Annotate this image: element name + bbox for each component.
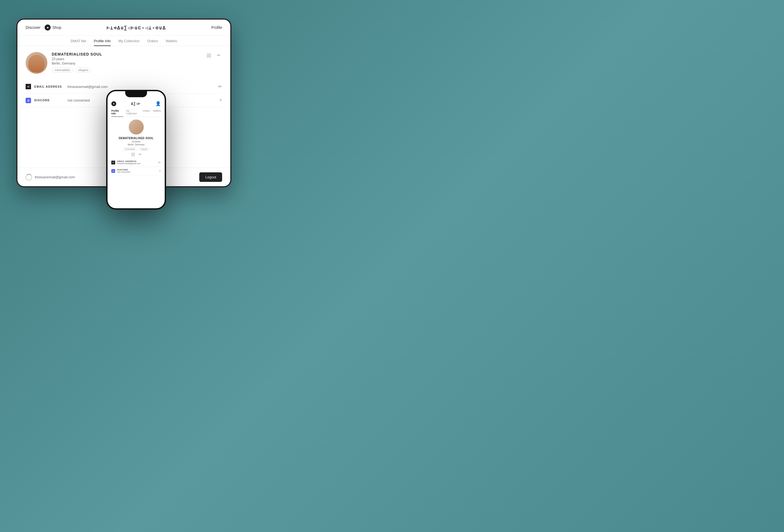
profile-location: Berlin, Germany — [52, 61, 201, 65]
phone-profile-icons: ⬜ ✏ — [111, 152, 161, 156]
phone-tabs: Profile Info My Collection Orders Wallet… — [108, 108, 165, 117]
phone-email-text: EMAIL ADDRESS thisisanemail@gmail.com — [117, 160, 156, 165]
add-discord-button[interactable]: + — [219, 97, 222, 103]
email-icon: ✉ — [26, 84, 31, 89]
upload-photo-button[interactable]: ⬜ — [205, 52, 212, 59]
profile-tags: minimalistic elegant — [52, 67, 201, 73]
phone-email-icon-wrapper: ✉ — [111, 161, 115, 164]
phone-upload-icon[interactable]: ⬜ — [131, 152, 135, 156]
phone-notch — [125, 91, 147, 97]
phone-add-discord-button[interactable]: + — [159, 169, 161, 173]
play-icon: ▶ — [45, 25, 51, 30]
phone-edit-email-button[interactable]: ✏ — [158, 161, 161, 164]
phone-email-label: EMAIL ADDRESS — [117, 160, 156, 162]
phone-discord-row: d DISCORD not connected + — [111, 167, 161, 175]
logout-button[interactable]: Logout — [199, 172, 222, 182]
discord-icon-wrapper: d — [26, 98, 31, 103]
phone-tag-minimalistic: minimalistic — [123, 147, 137, 151]
edit-profile-button[interactable]: ✏ — [216, 52, 222, 59]
tablet-logo: ⊢⊥⊲∆∪∑◁⊢∪⊏-◁⊥-⊙∪∆ — [107, 25, 166, 30]
phone-profile-tags: minimalistic elegant — [111, 147, 161, 151]
profile-info-block: DEMATERIALISED SOUL 23 years Berlin, Ger… — [52, 52, 201, 73]
tab-my-collection[interactable]: My Collection — [118, 39, 140, 46]
profile-actions: ⬜ ✏ — [205, 52, 222, 59]
avatar-face — [28, 55, 45, 73]
shop-button[interactable]: ▶ Shop — [45, 25, 61, 30]
phone-tab-profile-info[interactable]: Profile Info — [111, 109, 123, 116]
phone-tab-orders[interactable]: Orders — [143, 109, 150, 116]
phone-profile-age: 23 years — [111, 140, 161, 143]
tab-profile-info[interactable]: Profile Info — [94, 39, 111, 46]
tab-wallets[interactable]: Wallets — [166, 39, 177, 46]
phone-avatar — [129, 119, 144, 135]
phone-play-icon: ▶ — [111, 101, 116, 106]
tag-minimalistic: minimalistic — [52, 67, 73, 73]
email-value: thisisanemail@gmail.com — [67, 85, 215, 89]
email-label: EMAIL ADDRESS — [34, 85, 64, 88]
phone-user-icon[interactable]: 👤 — [156, 101, 161, 106]
phone-tab-wallets[interactable]: Wallets — [153, 109, 161, 116]
discord-label: DISCORD — [34, 99, 64, 102]
phone-email-envelope-icon: ✉ — [111, 161, 115, 164]
tab-orders[interactable]: Orders — [147, 39, 158, 46]
avatar — [26, 52, 47, 74]
profile-age: 23 years — [52, 57, 201, 61]
tablet-nav-left: Discover ▶ Shop — [26, 25, 61, 30]
profile-name: DEMATERIALISED SOUL — [52, 52, 201, 56]
phone-discord-icon-wrapper: d — [111, 169, 115, 173]
email-envelope-icon: ✉ — [26, 84, 31, 89]
bottom-email-section: thisisanemail@gmail.com — [26, 174, 75, 180]
phone-discord-text: DISCORD not connected — [117, 169, 157, 173]
phone-profile-location: Berlin, Germany — [111, 143, 161, 146]
phone-device: ▶ ∆∑◁⊢ 👤 Profile Info My Collection Orde… — [106, 90, 166, 209]
shop-label: Shop — [52, 25, 61, 30]
phone-logo: ∆∑◁⊢ — [131, 102, 140, 106]
phone-profile-name: DEMATERIALISED SOUL — [111, 137, 161, 140]
tablet-tabs: DMAT Me Profile Info My Collection Order… — [18, 36, 230, 46]
phone-inner: ▶ ∆∑◁⊢ 👤 Profile Info My Collection Orde… — [108, 91, 165, 208]
tab-dmat-me[interactable]: DMAT Me — [71, 39, 86, 46]
discover-link[interactable]: Discover — [26, 25, 40, 30]
tag-elegant: elegant — [76, 67, 91, 73]
phone-email-row: ✉ EMAIL ADDRESS thisisanemail@gmail.com … — [111, 159, 161, 167]
phone-avatar-image — [129, 119, 144, 135]
phone-discord-value: not connected — [117, 171, 157, 173]
profile-section: DEMATERIALISED SOUL 23 years Berlin, Ger… — [26, 52, 222, 74]
edit-email-button[interactable]: ✏ — [218, 84, 222, 90]
phone-tag-elegant: elegant — [139, 147, 149, 151]
phone-content: DEMATERIALISED SOUL 23 years Berlin, Ger… — [108, 117, 165, 208]
tablet-header: Discover ▶ Shop ⊢⊥⊲∆∪∑◁⊢∪⊏-◁⊥-⊙∪∆ Profil… — [18, 20, 230, 36]
phone-email-value: thisisanemail@gmail.com — [117, 162, 156, 165]
phone-discord-label: DISCORD — [117, 169, 157, 171]
phone-tab-my-collection[interactable]: My Collection — [126, 109, 140, 116]
discord-icon: d — [26, 98, 31, 103]
spinner-icon — [26, 174, 32, 180]
tablet-profile-link[interactable]: Profile — [211, 25, 222, 30]
phone-edit-icon[interactable]: ✏ — [139, 152, 142, 156]
phone-header: ▶ ∆∑◁⊢ 👤 — [108, 99, 165, 108]
phone-discord-icon: d — [111, 169, 115, 173]
bottom-email-value: thisisanemail@gmail.com — [35, 175, 75, 179]
